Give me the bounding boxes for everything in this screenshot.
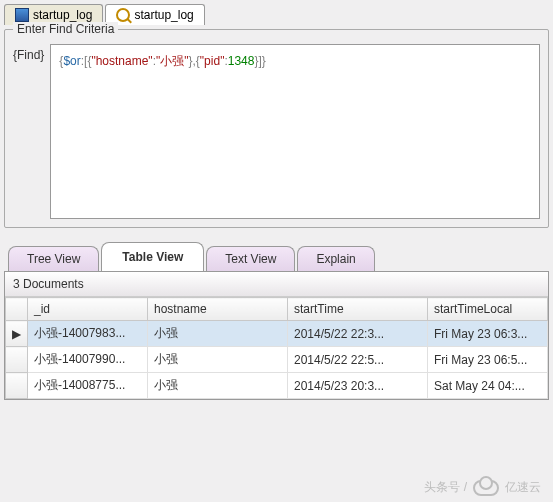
row-header-corner[interactable] xyxy=(6,298,28,321)
tab-startup-log-search[interactable]: startup_log xyxy=(105,4,204,25)
cell-startTime[interactable]: 2014/5/23 20:3... xyxy=(288,373,428,399)
results-panel: 3 Documents _id hostname startTime start… xyxy=(4,271,549,400)
column-header-hostname[interactable]: hostname xyxy=(148,298,288,321)
query-token: :[{ xyxy=(81,54,92,68)
tab-table-view[interactable]: Table View xyxy=(101,242,204,271)
cloud-icon xyxy=(473,480,499,496)
fieldset-legend: Enter Find Criteria xyxy=(13,22,118,36)
magnifier-icon xyxy=(116,8,130,22)
row-marker[interactable] xyxy=(6,347,28,373)
cell-hostname[interactable]: 小强 xyxy=(148,321,288,347)
row-marker[interactable] xyxy=(6,373,28,399)
table-row[interactable]: ▶小强-14007983...小强2014/5/22 22:3...Fri Ma… xyxy=(6,321,548,347)
table-row[interactable]: 小强-14007990...小强2014/5/22 22:5...Fri May… xyxy=(6,347,548,373)
tab-label: startup_log xyxy=(33,8,92,22)
tab-explain[interactable]: Explain xyxy=(297,246,374,271)
cell-_id[interactable]: 小强-14008775... xyxy=(28,373,148,399)
query-token: 1348 xyxy=(228,54,255,68)
watermark-text: 头条号 / xyxy=(424,479,467,496)
cell-hostname[interactable]: 小强 xyxy=(148,373,288,399)
results-table: _id hostname startTime startTimeLocal ▶小… xyxy=(5,297,548,399)
cell-hostname[interactable]: 小强 xyxy=(148,347,288,373)
find-criteria-fieldset: Enter Find Criteria {Find} {$or:[{"hostn… xyxy=(4,29,549,228)
tab-text-view[interactable]: Text View xyxy=(206,246,295,271)
watermark-brand: 亿速云 xyxy=(505,479,541,496)
view-tab-bar: Tree View Table View Text View Explain xyxy=(8,242,553,271)
cell-startTimeLocal[interactable]: Sat May 24 04:... xyxy=(428,373,548,399)
documents-header: 3 Documents xyxy=(5,272,548,297)
cell-startTimeLocal[interactable]: Fri May 23 06:3... xyxy=(428,321,548,347)
query-token: "hostname" xyxy=(91,54,152,68)
watermark: 头条号 / 亿速云 xyxy=(424,479,541,496)
column-header-starttime[interactable]: startTime xyxy=(288,298,428,321)
table-row[interactable]: 小强-14008775...小强2014/5/23 20:3...Sat May… xyxy=(6,373,548,399)
cell-_id[interactable]: 小强-14007983... xyxy=(28,321,148,347)
document-icon xyxy=(15,8,29,22)
query-token: $or xyxy=(63,54,80,68)
cell-startTime[interactable]: 2014/5/22 22:3... xyxy=(288,321,428,347)
cell-startTime[interactable]: 2014/5/22 22:5... xyxy=(288,347,428,373)
cell-_id[interactable]: 小强-14007990... xyxy=(28,347,148,373)
query-token: "小强" xyxy=(156,54,189,68)
tab-label: startup_log xyxy=(134,8,193,22)
column-header-starttimelocal[interactable]: startTimeLocal xyxy=(428,298,548,321)
find-label: {Find} xyxy=(13,44,44,62)
column-header-id[interactable]: _id xyxy=(28,298,148,321)
query-token: }]} xyxy=(254,54,265,68)
row-marker[interactable]: ▶ xyxy=(6,321,28,347)
query-token: },{ xyxy=(189,54,200,68)
tab-tree-view[interactable]: Tree View xyxy=(8,246,99,271)
query-token: "pid" xyxy=(200,54,225,68)
cell-startTimeLocal[interactable]: Fri May 23 06:5... xyxy=(428,347,548,373)
find-query-input[interactable]: {$or:[{"hostname":"小强"},{"pid":1348}]} xyxy=(50,44,540,219)
